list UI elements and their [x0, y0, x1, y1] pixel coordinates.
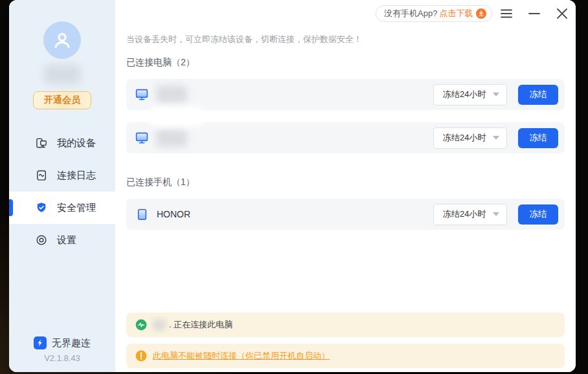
app-name: 无界趣连: [52, 337, 91, 349]
chevron-down-icon: [493, 93, 499, 96]
user-avatar[interactable]: [43, 21, 81, 59]
main-panel: 没有手机App? 点击下载: [115, 0, 576, 372]
settings-icon: [35, 234, 48, 247]
download-prompt: 没有手机App?: [384, 8, 437, 19]
connection-status-notice: . 正在连接此电脑: [126, 313, 565, 337]
freeze-button[interactable]: 冻结: [518, 204, 558, 225]
freeze-duration-select[interactable]: 冻结24小时: [433, 84, 507, 105]
device-name: HONOR: [157, 209, 190, 219]
app-version: V2.1.8.43: [9, 353, 115, 363]
hamburger-menu-icon[interactable]: [498, 5, 515, 22]
sidebar-menu: 我的设备 连接日志 安全管理: [9, 127, 115, 256]
autostart-warning-notice: 此电脑不能被随时连接（你已禁用开机自启动）: [126, 344, 565, 368]
connected-computers-header: 已连接电脑（2）: [126, 57, 565, 69]
sidebar-item-label: 设置: [57, 234, 76, 247]
sidebar-item-my-devices[interactable]: 我的设备: [9, 127, 115, 159]
monitor-icon: [135, 131, 149, 144]
phone-icon: [135, 208, 149, 221]
connection-log-icon: [35, 169, 48, 182]
devices-icon: [35, 137, 48, 149]
download-app-button[interactable]: 没有手机App? 点击下载: [376, 5, 492, 22]
sidebar-item-label: 安全管理: [57, 202, 96, 214]
redaction-artifact: [150, 106, 202, 127]
chevron-down-icon: [493, 136, 499, 140]
security-shield-icon: [35, 201, 48, 214]
app-window: 开通会员 我的设备: [9, 0, 576, 372]
device-name-redacted: [156, 85, 187, 104]
pulse-icon: [135, 319, 147, 331]
sidebar: 开通会员 我的设备: [9, 0, 115, 372]
sidebar-footer: 无界趣连 V2.1.8.43: [9, 336, 115, 363]
warning-icon: [135, 350, 147, 362]
device-name-redacted: [153, 319, 166, 331]
app-logo-icon: [34, 336, 47, 349]
person-icon: [51, 29, 73, 51]
freeze-duration-select[interactable]: 冻结24小时: [433, 127, 507, 149]
sidebar-item-label: 我的设备: [57, 137, 96, 149]
chevron-down-icon: [493, 212, 499, 216]
connection-status-text: . 正在连接此电脑: [169, 319, 232, 331]
device-name-redacted: [156, 129, 187, 147]
download-icon: [476, 8, 486, 19]
username-redacted: [44, 65, 80, 84]
close-icon[interactable]: [554, 5, 571, 22]
computer-row-2: 冻结24小时 冻结: [126, 122, 565, 153]
download-link[interactable]: 点击下载: [439, 8, 473, 19]
freeze-button[interactable]: 冻结: [518, 128, 558, 148]
freeze-button[interactable]: 冻结: [518, 85, 558, 105]
minimize-icon[interactable]: [526, 5, 543, 22]
sidebar-item-security[interactable]: 安全管理: [9, 192, 115, 224]
freeze-duration-select[interactable]: 冻结24小时: [433, 204, 507, 225]
monitor-icon: [135, 88, 149, 101]
computer-row-1: 冻结24小时 冻结: [126, 79, 565, 110]
membership-button[interactable]: 开通会员: [33, 91, 91, 109]
connected-phones-header: 已连接手机（1）: [126, 177, 565, 188]
sidebar-item-connection-log[interactable]: 连接日志: [9, 159, 115, 192]
phone-row-1: HONOR 冻结24小时 冻结: [126, 199, 565, 230]
sidebar-item-label: 连接日志: [57, 170, 96, 182]
sidebar-item-settings[interactable]: 设置: [9, 224, 115, 256]
autostart-warning-link[interactable]: 此电脑不能被随时连接（你已禁用开机自启动）: [153, 350, 330, 362]
